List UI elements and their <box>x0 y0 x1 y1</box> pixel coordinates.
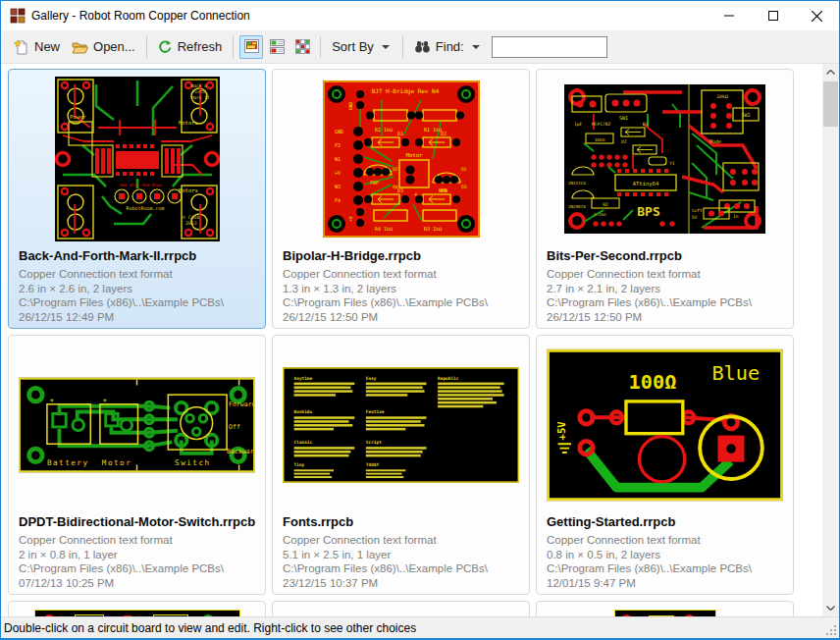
small-grid-view-icon <box>294 38 311 55</box>
svg-text:5V: 5V <box>692 215 698 220</box>
svg-text:2N2907A: 2N2907A <box>568 204 586 209</box>
file-format: Copper Connection text format <box>283 533 519 548</box>
svg-text:Classic: Classic <box>294 440 313 445</box>
new-button[interactable]: New <box>8 35 66 59</box>
status-message: Double-click on a circuit board to view … <box>4 621 416 635</box>
svg-text:Motors: Motors <box>179 187 198 193</box>
toolbar-separator <box>146 36 147 58</box>
svg-text:Switch: Switch <box>175 458 211 467</box>
resize-grip-icon[interactable] <box>825 624 838 637</box>
close-icon <box>812 11 822 22</box>
scroll-down-button[interactable] <box>822 600 839 616</box>
chevron-down-icon <box>382 45 390 53</box>
file-format: Copper Connection text format <box>547 267 783 282</box>
file-modified: 26/12/15 12:50 PM <box>547 310 783 325</box>
gallery-card-dpdt-switch[interactable]: + + <box>8 335 266 595</box>
file-name: Bipolar-H-Bridge.rrpcb <box>283 248 519 263</box>
app-window: Gallery - Robot Room Copper Connection N… <box>0 0 840 640</box>
pcb-thumbnail-dpdt-switch: + + <box>19 336 255 513</box>
svg-text:2013: 2013 <box>185 221 197 226</box>
pcb-thumbnail-partial <box>34 610 240 616</box>
svg-text:TODAY: TODAY <box>366 462 380 467</box>
svg-text:SW1: SW1 <box>619 115 628 121</box>
new-document-icon <box>14 39 29 55</box>
svg-text:+: + <box>103 396 107 403</box>
svg-text:Q2: Q2 <box>393 167 398 172</box>
svg-text:Red Blue Red Blue: Red Blue Red Blue <box>120 183 162 187</box>
toolbar-separator <box>320 36 321 58</box>
gallery-card-partial[interactable] <box>8 601 266 616</box>
svg-text:D3: D3 <box>397 187 403 193</box>
refresh-button[interactable]: Refresh <box>152 35 229 58</box>
file-path: C:\Program Files (x86)\..\Example PCBs\ <box>19 295 255 310</box>
gallery-card-fonts[interactable]: Anytime Bushido Classic Tiny Easy Festiv… <box>272 335 530 595</box>
svg-text:D2: D2 <box>621 139 627 144</box>
svg-text:Motors: Motors <box>179 120 198 126</box>
file-size: 2.7 in × 2.1 in, 2 layers <box>547 282 783 296</box>
maximize-button[interactable] <box>751 1 795 30</box>
file-path: C:\Program Files (x86)\..\Example PCBs\ <box>547 295 783 310</box>
file-format: Copper Connection text format <box>283 267 519 282</box>
svg-text:Easy: Easy <box>366 375 377 380</box>
svg-text:Festive: Festive <box>366 409 385 414</box>
svg-text:D2: D2 <box>441 131 446 136</box>
scroll-up-button[interactable] <box>822 64 839 80</box>
svg-text:RobotRoom.com: RobotRoom.com <box>126 205 164 211</box>
gallery-card-partial[interactable] <box>536 601 794 616</box>
svg-text:Soft: Soft <box>692 208 703 213</box>
open-button[interactable]: Open... <box>66 35 141 59</box>
svg-text:2.2kΩ: 2.2kΩ <box>594 212 606 217</box>
file-format: Copper Connection text format <box>547 533 783 548</box>
svg-text:P2: P2 <box>335 142 341 148</box>
toolbar: New Open... Refresh <box>1 30 839 64</box>
svg-text:P4: P4 <box>335 197 341 203</box>
find-button[interactable]: Find: <box>408 35 488 58</box>
gallery-card-partial[interactable] <box>272 601 530 616</box>
svg-text:Back &: Back & <box>191 83 207 88</box>
chevron-down-icon <box>826 606 835 611</box>
vertical-scrollbar[interactable] <box>822 64 839 616</box>
svg-text:Motor: Motor <box>102 458 131 467</box>
svg-text:+V: +V <box>335 170 341 176</box>
svg-text:10kΩ: 10kΩ <box>595 137 605 142</box>
file-path: C:\Program Files (x86)\..\Example PCBs\ <box>547 561 783 576</box>
gallery-card-getting-started[interactable]: 100Ω Blue +5V <box>536 335 794 595</box>
sort-by-button[interactable]: Sort By <box>326 35 397 58</box>
file-size: 2 in × 0.8 in, 1 layer <box>19 548 255 562</box>
file-path: C:\Program Files (x86)\..\Example PCBs\ <box>283 295 519 310</box>
view-large-thumbnails-button[interactable] <box>239 35 263 59</box>
pcb-thumbnail-getting-started: 100Ω Blue +5V <box>547 336 783 513</box>
pcb-thumbnail-bipolar-h-bridge: BJT H-Bridge Rev N4 GND GND <box>283 70 519 247</box>
svg-text:SW2: SW2 <box>741 112 750 118</box>
view-small-grid-button[interactable] <box>290 35 314 59</box>
refresh-button-label: Refresh <box>178 39 223 54</box>
svg-text:+: + <box>50 396 54 403</box>
view-medium-list-button[interactable] <box>265 35 289 59</box>
svg-text:R4 1kΩ: R4 1kΩ <box>375 226 393 232</box>
gallery-card-bits-per-second[interactable]: 10kΩ Mode SW2 <box>536 69 794 329</box>
svg-text:D1: D1 <box>643 122 649 127</box>
svg-text:+V: +V <box>348 216 353 222</box>
svg-text:R3 1kΩ: R3 1kΩ <box>424 226 442 232</box>
svg-text:Bushido: Bushido <box>294 409 313 414</box>
svg-text:Forward: Forward <box>229 400 255 407</box>
svg-text:Republic: Republic <box>438 375 459 380</box>
gallery-card-back-and-forth[interactable]: Power Motors Motors <box>8 69 266 329</box>
file-modified: 12/01/15 9:47 PM <box>547 576 783 591</box>
file-format: Copper Connection text format <box>19 267 255 282</box>
minimize-icon <box>724 11 734 21</box>
minimize-button[interactable] <box>707 1 751 30</box>
svg-text:GND: GND <box>335 129 343 134</box>
file-modified: 26/12/15 12:49 PM <box>19 310 255 325</box>
refresh-icon <box>158 39 173 54</box>
svg-text:R2: R2 <box>603 202 608 207</box>
gallery-card-bipolar-h-bridge[interactable]: BJT H-Bridge Rev N4 GND GND <box>272 69 530 329</box>
close-button[interactable] <box>795 1 839 30</box>
svg-text:Mark II: Mark II <box>191 95 210 100</box>
svg-text:Power: Power <box>70 114 86 120</box>
status-bar: Double-click on a circuit board to view … <box>1 616 839 638</box>
svg-text:1µF: 1µF <box>574 122 583 127</box>
find-input[interactable] <box>492 36 607 58</box>
scrollbar-thumb[interactable] <box>823 81 838 127</box>
pcb-thumbnail-partial <box>614 610 716 616</box>
